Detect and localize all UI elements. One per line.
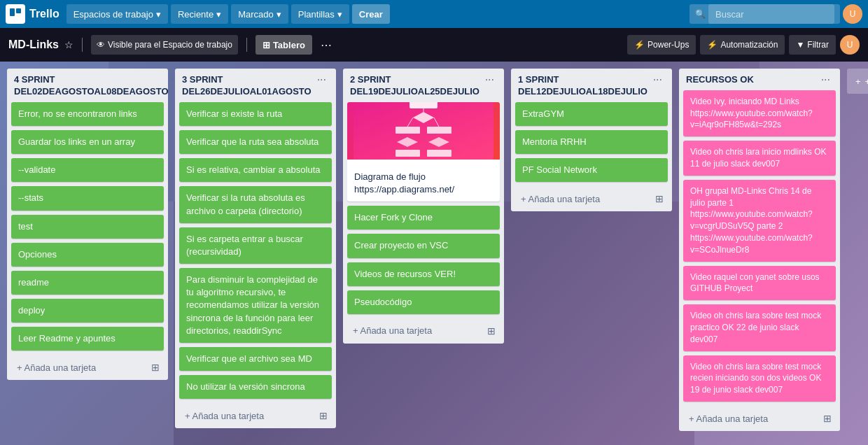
bolt-icon: ⚡ <box>707 40 718 50</box>
card-pf[interactable]: PF Social Network <box>515 158 668 182</box>
list-cards-sprint1: ExtraGYM Mentoria RRHH PF Social Network <box>511 102 672 187</box>
filter-label: Filtrar <box>807 40 829 50</box>
power-ups-button[interactable]: ⚡ Power-Ups <box>627 35 696 55</box>
automation-button[interactable]: ⚡ Automatización <box>700 35 785 55</box>
search-icon: 🔍 <box>695 9 706 19</box>
board-avatar[interactable]: U <box>840 35 860 55</box>
create-button[interactable]: Crear <box>352 4 390 24</box>
card-item[interactable]: Guardar los links en un array <box>11 130 164 154</box>
card-item[interactable]: --stats <box>11 186 164 210</box>
compose-button-sprint1[interactable]: ⊞ <box>652 190 666 207</box>
customize-button[interactable]: ⋯ <box>318 36 335 55</box>
lightning-icon: ⚡ <box>634 40 645 50</box>
star-icon[interactable]: ☆ <box>64 39 74 50</box>
list-title-sprint2: 2 SPRINTDEL19DEJULIOAL25DEJULIO <box>350 74 482 98</box>
separator2 <box>246 38 247 52</box>
card-item[interactable]: Si es carpeta entrar a buscar (recursivi… <box>179 227 332 264</box>
visibility-button[interactable]: 👁 Visible para el Espacio de trabajo <box>91 35 238 55</box>
search-container[interactable]: 🔍 <box>690 4 840 24</box>
compose-button-sprint4[interactable]: ⊞ <box>148 359 162 376</box>
add-list-button[interactable]: + + Añada otra lista <box>847 69 868 94</box>
card-extragym[interactable]: ExtraGYM <box>515 102 668 126</box>
power-ups-label: Power-Ups <box>648 40 689 50</box>
card-item[interactable]: Error, no se encontraron links <box>11 102 164 126</box>
add-card-button-sprint4[interactable]: + Añada una tarjeta <box>13 360 100 376</box>
add-card-button-recursos[interactable]: + Añada una tarjeta <box>685 411 772 427</box>
svg-rect-0 <box>10 8 15 16</box>
list-header-sprint3: 3 SPRINTDEL26DEJULIOAL01AGOSTO ··· <box>175 69 336 102</box>
list-footer-sprint4: + Añada una tarjeta ⊞ <box>7 355 168 380</box>
card-item[interactable]: Verificar que el archivo sea MD <box>179 347 332 371</box>
card-item[interactable]: Verificar si existe la ruta <box>179 102 332 126</box>
card-item[interactable]: Para disminuir la complejidad de tu algo… <box>179 268 332 343</box>
eye-icon: 👁 <box>97 40 105 50</box>
board-title: MD-Links <box>8 38 59 51</box>
chevron-down-icon: ▾ <box>337 9 342 20</box>
card-recurso-6[interactable]: Video oh chris lara sobre test mock reci… <box>683 355 836 402</box>
list-sprint3: 3 SPRINTDEL26DEJULIOAL01AGOSTO ··· Verif… <box>175 69 336 428</box>
card-recurso-5[interactable]: Video oh chris lara sobre test mock prac… <box>683 304 836 351</box>
card-fork-clone[interactable]: Hacer Fork y Clone <box>347 206 500 229</box>
separator <box>82 38 83 52</box>
card-item[interactable]: readme <box>11 271 164 295</box>
list-menu-sprint1[interactable]: ··· <box>650 74 665 85</box>
list-title-sprint3: 3 SPRINTDEL26DEJULIOAL01AGOSTO <box>182 74 314 98</box>
card-item[interactable]: No utilizar la versión sincrona <box>179 375 332 399</box>
add-card-button-sprint1[interactable]: + Añada una tarjeta <box>517 191 604 207</box>
svg-rect-3 <box>410 102 438 108</box>
list-menu-sprint2[interactable]: ··· <box>482 74 497 85</box>
recent-label: Reciente <box>178 9 214 20</box>
card-diagram[interactable]: Diagrama de flujo https://app.diagrams.n… <box>347 102 500 202</box>
list-footer-sprint3: + Añada una tarjeta ⊞ <box>175 403 336 428</box>
list-header-sprint4: 4 SPRINTDEL02DEAGOSTOAL08DEAGOSTO ··· <box>7 69 168 102</box>
grid-icon: ⊞ <box>262 40 270 50</box>
card-item[interactable]: deploy <box>11 299 164 323</box>
card-recurso-1[interactable]: Video Ivy, iniciando MD Links https://ww… <box>683 90 836 136</box>
list-recursos: RECURSOS OK ··· Video Ivy, iniciando MD … <box>679 69 840 431</box>
add-card-button-sprint2[interactable]: + Añada una tarjeta <box>349 323 436 339</box>
card-item[interactable]: Verificar si la ruta absoluta es archivo… <box>179 186 332 222</box>
recent-menu[interactable]: Reciente ▾ <box>171 4 228 24</box>
header-right: ⚡ Power-Ups ⚡ Automatización ▼ Filtrar U <box>627 35 860 55</box>
svg-rect-9 <box>396 150 420 157</box>
search-input[interactable] <box>708 4 834 24</box>
templates-menu[interactable]: Plantillas ▾ <box>291 4 349 24</box>
card-vsc[interactable]: Crear proyecto en VSC <box>347 234 500 257</box>
filter-button[interactable]: ▼ Filtrar <box>789 35 836 55</box>
card-item[interactable]: Verificar que la ruta sea absoluta <box>179 130 332 154</box>
card-recurso-3[interactable]: OH grupal MD-Links Chris 14 de julio par… <box>683 180 836 262</box>
add-card-button-sprint3[interactable]: + Añada una tarjeta <box>181 408 268 424</box>
card-recurso-2[interactable]: Video oh chris lara inicio mdlinks OK 11… <box>683 141 836 176</box>
card-pseudocode[interactable]: Pseudocódigo <box>347 290 500 314</box>
compose-button-sprint3[interactable]: ⊞ <box>316 407 330 424</box>
view-button[interactable]: ⊞ Tablero <box>255 35 312 55</box>
card-item[interactable]: Opciones <box>11 243 164 267</box>
list-menu-sprint3[interactable]: ··· <box>314 74 329 85</box>
svg-rect-1 <box>16 8 21 13</box>
card-item[interactable]: Si es relativa, cambiar a absoluta <box>179 158 332 182</box>
card-mentoria[interactable]: Mentoria RRHH <box>515 130 668 154</box>
list-footer-sprint2: + Añada una tarjeta ⊞ <box>343 318 504 344</box>
trello-logo-text: Trello <box>29 8 59 20</box>
card-item[interactable]: test <box>11 215 164 239</box>
list-menu-recursos[interactable]: ··· <box>818 74 833 85</box>
trello-logo-icon <box>6 4 25 24</box>
list-cards-sprint2: Diagrama de flujo https://app.diagrams.n… <box>343 102 504 318</box>
avatar[interactable]: U <box>843 4 862 24</box>
compose-button-sprint2[interactable]: ⊞ <box>484 323 498 339</box>
card-item[interactable]: --validate <box>11 158 164 182</box>
view-label: Tablero <box>273 40 305 50</box>
svg-rect-10 <box>427 150 451 157</box>
workspaces-menu[interactable]: Espacios de trabajo ▾ <box>66 4 168 24</box>
list-header-recursos: RECURSOS OK ··· <box>679 69 840 90</box>
list-header-sprint2: 2 SPRINTDEL19DEJULIOAL25DEJULIO ··· <box>343 69 504 102</box>
create-label: Crear <box>359 9 383 20</box>
compose-button-recursos[interactable]: ⊞ <box>820 410 834 427</box>
card-videos[interactable]: Videos de recursos VER! <box>347 262 500 286</box>
top-nav: Trello Espacios de trabajo ▾ Reciente ▾ … <box>0 0 868 28</box>
card-recurso-4[interactable]: Video raquel con yanet sobre usos GITHUB… <box>683 266 836 301</box>
marked-menu[interactable]: Marcado ▾ <box>231 4 288 24</box>
trello-logo[interactable]: Trello <box>6 4 59 24</box>
templates-label: Plantillas <box>298 9 335 20</box>
card-item[interactable]: Leer Readme y apuntes <box>11 327 164 351</box>
